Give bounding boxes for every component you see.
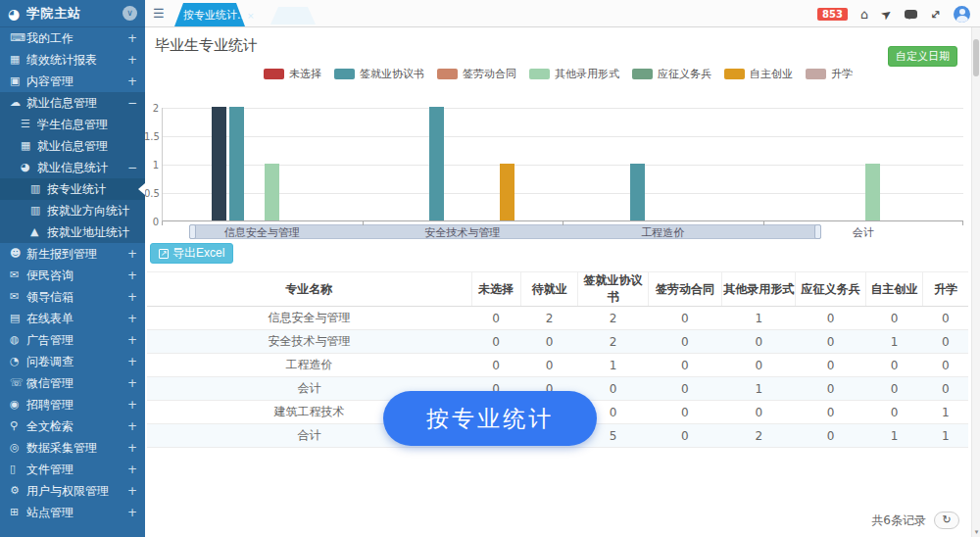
sidebar-item-employment-stats[interactable]: ◕就业信息统计− — [0, 157, 145, 178]
expand-toggle-icon[interactable]: + — [127, 243, 137, 265]
legend-item-自主创业: 自主创业 — [724, 67, 793, 81]
sidebar-item-wechat-management[interactable]: ☏微信管理+ — [0, 372, 145, 394]
vertical-scrollbar[interactable]: ▾ — [971, 27, 980, 537]
messages-icon[interactable] — [905, 10, 917, 19]
bar-工程造价-签就业协议书[interactable] — [630, 164, 645, 220]
custom-date-button[interactable]: 自定义日期 — [888, 46, 957, 67]
sidebar-item-users-permissions[interactable]: ⚙用户与权限管理+ — [0, 480, 145, 502]
sidebar-item-fulltext-search[interactable]: ⚲全文检索+ — [0, 415, 145, 437]
main-area: ☰ 按专业统计..× 853 ⌂ ➤ ↔ 毕业生专业统计 自定义日期 未选择签就… — [145, 0, 980, 537]
table-cell-value: 0 — [578, 377, 648, 401]
home-icon[interactable]: ⌂ — [860, 8, 868, 21]
sidebar-item-questionnaire[interactable]: ◔问卷调查+ — [0, 351, 145, 372]
send-icon[interactable]: ➤ — [878, 6, 894, 23]
bar-信息安全与管理-签就业协议书[interactable] — [229, 107, 244, 220]
expand-toggle-icon[interactable]: + — [127, 480, 137, 502]
gridline — [163, 136, 963, 137]
sidebar-item-label: 领导信箱 — [26, 286, 123, 308]
bar-安全技术与管理-签就业协议书[interactable] — [429, 107, 444, 220]
sidebar-item-online-forms[interactable]: ▤在线表单+ — [0, 308, 145, 329]
x-axis-label-安全技术与管理: 安全技术与管理 — [424, 225, 500, 240]
scrollbar-thumb[interactable] — [973, 39, 979, 76]
table-cell-value: 1 — [923, 401, 968, 424]
tab-close-icon[interactable]: × — [247, 11, 255, 21]
sidebar-item-file-management[interactable]: ▯文件管理+ — [0, 459, 145, 480]
expand-toggle-icon[interactable]: + — [127, 351, 137, 372]
sidebar-item-label: 就业信息管理 — [37, 135, 137, 157]
expand-toggle-icon[interactable]: + — [127, 394, 137, 415]
sidebar-item-leader-mailbox[interactable]: ✉领导信箱+ — [0, 286, 145, 308]
sidebar-item-employment-info-management[interactable]: ☁就业信息管理− — [0, 92, 145, 114]
x-axis-label-工程造价: 工程造价 — [641, 225, 684, 240]
table-header-cell: 待就业 — [520, 272, 578, 307]
x-axis-tick — [962, 221, 963, 225]
legend-item-未选择: 未选择 — [264, 67, 321, 81]
sidebar-item-performance-reports[interactable]: ▦绩效统计报表+ — [0, 49, 145, 71]
sidebar-item-label: 招聘管理 — [26, 394, 123, 415]
refresh-button[interactable]: ↻ — [934, 512, 959, 529]
table-cell-value: 0 — [648, 330, 721, 354]
sidebar-item-employment-info[interactable]: ▦就业信息管理 — [0, 135, 145, 157]
expand-toggle-icon[interactable]: + — [127, 372, 137, 394]
table-cell-value: 0 — [520, 330, 578, 354]
table-header-cell: 签就业协议书 — [578, 272, 648, 307]
expand-toggle-icon[interactable]: + — [127, 265, 137, 286]
sidebar-item-recruitment[interactable]: ◉招聘管理+ — [0, 394, 145, 415]
expand-toggle-icon[interactable]: + — [127, 308, 137, 329]
sidebar-item-data-collection[interactable]: ◎数据采集管理+ — [0, 437, 145, 459]
sidebar-item-stats-by-address[interactable]: ▲按就业地址统计 — [0, 221, 145, 243]
legend-label: 自主创业 — [750, 67, 793, 81]
export-excel-button[interactable]: ↗ 导出Excel — [150, 243, 233, 264]
expand-toggle-icon[interactable]: + — [127, 71, 137, 92]
bar-安全技术与管理-自主创业[interactable] — [500, 164, 514, 220]
expand-toggle-icon[interactable]: − — [127, 92, 137, 114]
y-axis-tick-label: 0.5 — [144, 188, 159, 199]
scrollbar-down-icon[interactable]: ▾ — [972, 528, 980, 536]
sidebar-item-stats-by-direction[interactable]: ▥按就业方向统计 — [0, 200, 145, 221]
expand-toggle-icon[interactable]: + — [127, 502, 137, 523]
sidebar-item-freshman-registration[interactable]: ☻新生报到管理+ — [0, 243, 145, 265]
navigator-right-handle[interactable] — [814, 224, 821, 239]
chart-legend: 未选择签就业协议书签劳动合同其他录用形式应征义务兵自主创业升学 — [145, 67, 971, 81]
table-cell-value: 0 — [648, 377, 721, 401]
table-cell-value: 0 — [722, 330, 796, 354]
expand-toggle-icon[interactable]: + — [127, 459, 137, 480]
table-footer: 共6条记录 ↻ — [871, 512, 959, 529]
student-info-icon: ☰ — [21, 114, 37, 135]
fullscreen-icon[interactable]: ↔ — [927, 6, 944, 23]
navigator-left-handle[interactable] — [189, 224, 196, 239]
stats-by-major-overlay-button[interactable]: 按专业统计 — [383, 391, 597, 446]
expand-toggle-icon[interactable]: + — [127, 27, 137, 49]
sidebar-item-content-management[interactable]: ▣内容管理+ — [0, 71, 145, 92]
performance-reports-icon: ▦ — [10, 49, 26, 71]
bar-信息安全与管理-其他录用形式[interactable] — [265, 164, 279, 220]
tab-stats-by-major[interactable]: 按专业统计..× — [174, 3, 245, 26]
x-axis-tick — [763, 221, 764, 225]
bar-信息安全与管理-待就业[interactable] — [212, 107, 226, 220]
user-avatar[interactable] — [954, 6, 970, 23]
table-cell-value: 1 — [923, 424, 968, 448]
table-cell-value: 0 — [796, 354, 865, 377]
bar-会计-其他录用形式[interactable] — [865, 164, 880, 220]
expand-toggle-icon[interactable]: + — [127, 329, 137, 351]
sidebar-item-student-info[interactable]: ☰学生信息管理 — [0, 114, 145, 135]
table-cell-value: 0 — [865, 307, 923, 330]
expand-toggle-icon[interactable]: + — [127, 415, 137, 437]
expand-toggle-icon[interactable]: − — [127, 157, 137, 178]
sidebar-item-site-management[interactable]: ⊞站点管理+ — [0, 502, 145, 523]
expand-toggle-icon[interactable]: + — [127, 286, 137, 308]
sidebar-collapse-icon[interactable]: ∨ — [122, 6, 137, 21]
sidebar-item-my-work[interactable]: ⌨我的工作+ — [0, 27, 145, 49]
legend-swatch — [264, 69, 284, 79]
notification-badge[interactable]: 853 — [817, 8, 848, 21]
sidebar-item-label: 新生报到管理 — [26, 243, 123, 265]
table-header-cell: 其他录用形式 — [722, 272, 796, 307]
sidebar-item-ad-management[interactable]: ◍广告管理+ — [0, 329, 145, 351]
sidebar-toggle-icon[interactable]: ☰ — [153, 6, 165, 21]
table-cell-value: 0 — [471, 354, 520, 377]
expand-toggle-icon[interactable]: + — [127, 49, 137, 71]
sidebar-item-convenience-consult[interactable]: ✉便民咨询+ — [0, 265, 145, 286]
expand-toggle-icon[interactable]: + — [127, 437, 137, 459]
page-title: 毕业生专业统计 — [155, 36, 258, 55]
sidebar-item-stats-by-major[interactable]: ▥按专业统计 — [0, 178, 145, 200]
